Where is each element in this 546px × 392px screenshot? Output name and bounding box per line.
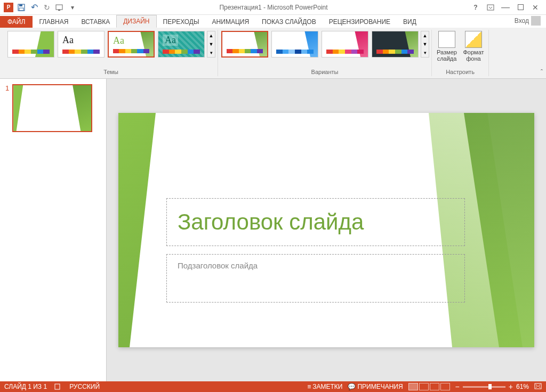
collapse-ribbon-button[interactable]: ˆ [541, 69, 543, 76]
tab-transitions[interactable]: ПЕРЕХОДЫ [157, 16, 206, 28]
tab-home[interactable]: ГЛАВНАЯ [33, 16, 75, 28]
theme-option-4[interactable]: Aa [158, 31, 205, 58]
undo-button[interactable]: ↶ [28, 2, 40, 13]
svg-rect-7 [55, 384, 60, 389]
tab-insert[interactable]: ВСТАВКА [75, 16, 116, 28]
slide-editor: Заголовок слайда Подзаголовок слайда [107, 79, 546, 381]
svg-rect-6 [518, 5, 523, 10]
zoom-in-button[interactable]: + [509, 382, 513, 391]
help-button[interactable]: ? [469, 2, 482, 13]
slideshow-view-button[interactable] [440, 383, 450, 390]
svg-rect-8 [535, 383, 541, 389]
ribbon: Aa Aa Aa Aa ▲▼▾ Темы [0, 28, 546, 79]
group-configure-label: Настроить [434, 68, 486, 76]
svg-rect-2 [19, 8, 23, 11]
close-button[interactable]: ✕ [529, 2, 542, 13]
save-button[interactable] [15, 2, 27, 13]
slide-size-button[interactable]: Размер слайда [434, 30, 460, 63]
quick-access-toolbar: P ↶ ↻ ▾ [0, 2, 79, 13]
tab-slideshow[interactable]: ПОКАЗ СЛАЙДОВ [255, 16, 323, 28]
svg-rect-5 [487, 5, 494, 10]
tab-review[interactable]: РЕЦЕНЗИРОВАНИЕ [323, 16, 397, 28]
variant-option-3[interactable] [322, 31, 368, 58]
tab-view[interactable]: ВИД [397, 16, 423, 28]
normal-view-button[interactable] [408, 383, 418, 390]
fit-to-window-button[interactable] [534, 383, 542, 391]
ribbon-tabs: ФАЙЛ ГЛАВНАЯ ВСТАВКА ДИЗАЙН ПЕРЕХОДЫ АНИ… [0, 15, 546, 28]
svg-rect-1 [19, 4, 22, 6]
slide-mini-preview [12, 84, 92, 132]
variant-option-4[interactable] [372, 31, 419, 58]
comments-button[interactable]: 💬 ПРИМЕЧАНИЯ [348, 383, 403, 390]
theme-option-3-selected[interactable]: Aa [108, 31, 155, 58]
subtitle-placeholder[interactable]: Подзаголовок слайда [166, 254, 465, 303]
slide-subtitle-text: Подзаголовок слайда [178, 261, 454, 270]
variant-option-2[interactable] [271, 31, 318, 58]
tab-design[interactable]: ДИЗАЙН [116, 15, 156, 28]
sign-in[interactable]: Вход [509, 14, 546, 28]
slide-size-icon [438, 31, 455, 48]
themes-gallery-more[interactable]: ▲▼▾ [207, 31, 215, 58]
tab-animation[interactable]: АНИМАЦИЯ [206, 16, 255, 28]
svg-rect-3 [56, 5, 62, 10]
format-bg-label: Формат фона [463, 49, 484, 62]
zoom-out-button[interactable]: − [455, 382, 460, 391]
app-icon[interactable]: P [3, 2, 14, 13]
slide-title-text: Заголовок слайда [178, 209, 454, 235]
window-title: Презентация1 - Microsoft PowerPoint [79, 4, 468, 11]
slide-number: 1 [5, 84, 9, 132]
zoom-level[interactable]: 61% [516, 383, 529, 390]
spell-check-button[interactable] [54, 383, 62, 390]
title-bar: P ↶ ↻ ▾ Презентация1 - Microsoft PowerPo… [0, 0, 546, 15]
sign-in-label: Вход [515, 17, 529, 24]
window-controls: ? — ✕ [468, 2, 546, 13]
start-from-beginning-button[interactable] [54, 2, 66, 13]
minimize-button[interactable]: — [499, 2, 512, 13]
slide-canvas[interactable]: Заголовок слайда Подзаголовок слайда [118, 113, 534, 347]
variant-option-1-selected[interactable] [221, 31, 268, 58]
notes-button[interactable]: ≡ ЗАМЕТКИ [307, 383, 342, 390]
sorter-view-button[interactable] [419, 383, 429, 390]
format-background-button[interactable]: Формат фона [461, 30, 486, 63]
zoom-slider[interactable] [463, 386, 505, 388]
slide-thumbnail-1[interactable]: 1 [5, 84, 101, 132]
qat-more-button[interactable]: ▾ [67, 2, 78, 13]
group-themes: Aa Aa Aa Aa ▲▼▾ Темы [4, 30, 218, 76]
theme-option-1[interactable]: Aa [7, 31, 54, 58]
view-buttons [408, 383, 450, 390]
tab-file[interactable]: ФАЙЛ [0, 16, 33, 28]
status-bar: СЛАЙД 1 ИЗ 1 РУССКИЙ ≡ ЗАМЕТКИ 💬 ПРИМЕЧА… [0, 381, 546, 392]
format-bg-icon [465, 31, 482, 48]
group-variants: ▲▼▾ Варианты [218, 30, 432, 76]
group-themes-label: Темы [6, 68, 215, 76]
slide-counter[interactable]: СЛАЙД 1 ИЗ 1 [4, 383, 47, 390]
slide-decoration-left [118, 113, 156, 347]
svg-rect-4 [58, 10, 60, 11]
ribbon-options-button[interactable] [484, 2, 497, 13]
slide-thumbnails-panel: 1 [0, 79, 107, 381]
reading-view-button[interactable] [430, 383, 439, 390]
theme-option-2[interactable]: Aa [58, 31, 105, 58]
title-placeholder[interactable]: Заголовок слайда [166, 198, 465, 246]
redo-button[interactable]: ↻ [41, 2, 53, 13]
maximize-button[interactable] [514, 2, 527, 13]
group-configure: Размер слайда Формат фона Настроить [432, 30, 489, 76]
language-button[interactable]: РУССКИЙ [69, 383, 100, 390]
zoom-control: − + 61% [455, 382, 529, 391]
avatar-icon [531, 16, 541, 26]
slide-size-label: Размер слайда [437, 49, 457, 62]
work-area: 1 Заголовок слайда Подзаголовок слайда [0, 79, 546, 381]
variants-gallery-more[interactable]: ▲▼▾ [421, 31, 429, 58]
group-variants-label: Варианты [220, 68, 429, 76]
